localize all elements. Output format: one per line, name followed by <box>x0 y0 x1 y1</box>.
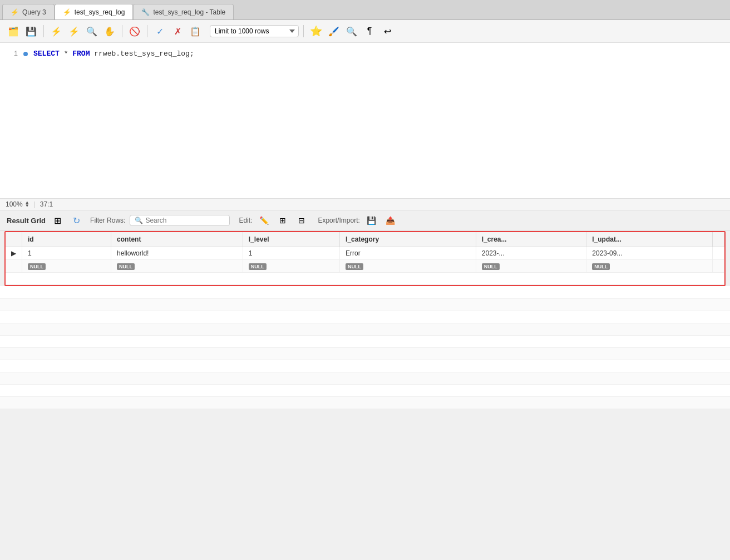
cell-l-created: 2023-... <box>476 247 586 260</box>
status-separator: | <box>34 200 36 208</box>
search-input[interactable] <box>145 217 223 224</box>
empty-row-5 <box>0 335 730 347</box>
empty-row-10 <box>0 396 730 409</box>
table-row-empty-1 <box>6 273 724 285</box>
cell-l-updated: 2023-09... <box>586 247 713 260</box>
import-button[interactable]: 📤 <box>383 214 398 227</box>
col-header-l-updated: l_updat... <box>586 232 713 247</box>
bookmark-button[interactable]: ⭐ <box>308 23 324 39</box>
table-header-row: id content l_level l_category l_crea... … <box>6 232 724 247</box>
cell-null-l-category: NULL <box>340 260 476 273</box>
edit-form-button[interactable]: ⊟ <box>294 214 309 227</box>
rollback-button[interactable]: ✗ <box>170 23 185 39</box>
empty-row-7 <box>0 360 730 372</box>
export-label: Export/Import: <box>318 217 359 224</box>
sql-code: SELECT * FROM rrweb.test_sys_req_log; <box>33 50 194 58</box>
table-row-null: NULL NULL NULL NULL NULL NULL <box>6 260 724 273</box>
empty-row-9 <box>0 384 730 396</box>
row-null-arrow <box>6 260 22 273</box>
status-bar: 100% ▲ ▼ | 37:1 <box>0 199 730 210</box>
col-header-l-category: l_category <box>340 232 476 247</box>
main-toolbar: 🗂️ 💾 ⚡ ⚡ 🔍 ✋ 🚫 ✓ ✗ 📋 Limit to 1000 rows … <box>0 20 730 43</box>
line-number: 1 <box>9 50 18 58</box>
result-grid-container: id content l_level l_category l_crea... … <box>4 231 726 286</box>
tab-bar: ⚡ Query 3 ⚡ test_sys_req_log 🔧 test_sys_… <box>0 0 730 20</box>
empty-rows-table <box>0 286 730 409</box>
cell-l-level: 1 <box>243 247 339 260</box>
result-toolbar: Result Grid ⊞ ↻ Filter Rows: 🔍 Edit: ✏️ … <box>0 210 730 231</box>
row-arrow: ▶ <box>6 247 22 260</box>
search-icon: 🔍 <box>135 217 143 224</box>
query-icon: ⚡ <box>11 8 19 16</box>
edit-grid-button[interactable]: ⊞ <box>275 214 290 227</box>
cell-null-extra <box>713 260 724 273</box>
empty-row-2 <box>0 298 730 311</box>
empty-row-8 <box>0 372 730 384</box>
cell-extra <box>713 247 724 260</box>
row-indicator-header <box>6 232 22 247</box>
stop-button[interactable]: ✋ <box>102 23 117 39</box>
null-badge-id: NULL <box>28 263 46 270</box>
cell-null-l-updated: NULL <box>586 260 713 273</box>
table-row[interactable]: ▶ 1 helloworld! 1 Error 2023-... 2023-09… <box>6 247 724 260</box>
keyword-select: SELECT <box>33 50 60 58</box>
save-button[interactable]: 💾 <box>23 23 39 39</box>
zoom-control[interactable]: 100% ▲ ▼ <box>6 200 29 208</box>
line-indicator <box>23 52 28 56</box>
cursor-position: 37:1 <box>40 200 53 208</box>
toggle-button[interactable]: 📋 <box>188 23 203 39</box>
cell-content: helloworld! <box>111 247 243 260</box>
paragraph-button[interactable]: ¶ <box>362 23 377 39</box>
result-grid-label: Result Grid <box>7 217 46 225</box>
cell-l-category: Error <box>340 247 476 260</box>
cell-null-l-created: NULL <box>476 260 586 273</box>
cell-id: 1 <box>22 247 111 260</box>
explain-button[interactable]: 🔍 <box>84 23 100 39</box>
query-icon-2: ⚡ <box>63 8 71 16</box>
null-badge-updated: NULL <box>592 263 610 270</box>
grid-view-button[interactable]: ⊞ <box>50 214 65 227</box>
col-header-id: id <box>22 232 111 247</box>
zoom-arrows: ▲ ▼ <box>25 201 29 207</box>
tab-test-sys-req-log[interactable]: ⚡ test_sys_req_log <box>55 4 134 19</box>
limit-select[interactable]: Limit to 1000 rows Don't Limit Limit to … <box>210 25 299 37</box>
filter-rows-label: Filter Rows: <box>90 217 125 224</box>
keyword-from: FROM <box>72 50 90 58</box>
cell-null-content: NULL <box>111 260 243 273</box>
open-folder-button[interactable]: 🗂️ <box>6 23 21 39</box>
cell-null-id: NULL <box>22 260 111 273</box>
export-button[interactable]: 💾 <box>364 214 379 227</box>
refresh-button[interactable]: ↻ <box>69 214 83 227</box>
tab-test-sys-req-log-table[interactable]: 🔧 test_sys_req_log - Table <box>133 4 234 19</box>
brush-button[interactable]: 🖌️ <box>326 23 342 39</box>
result-table: id content l_level l_category l_crea... … <box>6 232 724 285</box>
search-box: 🔍 <box>130 215 230 226</box>
schema-button[interactable]: 🚫 <box>127 23 142 39</box>
empty-cell-1 <box>6 273 724 285</box>
sql-star: * <box>64 50 73 58</box>
col-header-l-level: l_level <box>243 232 339 247</box>
zoom-value: 100% <box>6 200 23 208</box>
toolbar-sep-1 <box>43 25 44 37</box>
empty-row-1 <box>0 286 730 298</box>
edit-pencil-button[interactable]: ✏️ <box>257 214 271 227</box>
toolbar-sep-4 <box>303 25 304 37</box>
null-badge-created: NULL <box>482 263 500 270</box>
empty-row-4 <box>0 323 730 335</box>
empty-row-3 <box>0 311 730 323</box>
toolbar-sep-3 <box>147 25 147 37</box>
execute-button[interactable]: ⚡ <box>48 23 64 39</box>
search-query-button[interactable]: 🔍 <box>344 23 359 39</box>
wrap-button[interactable]: ↩ <box>379 23 395 39</box>
null-badge-level: NULL <box>249 263 267 270</box>
null-badge-content: NULL <box>117 263 135 270</box>
sql-editor[interactable]: 1 SELECT * FROM rrweb.test_sys_req_log; <box>0 43 730 199</box>
code-line-1: 1 SELECT * FROM rrweb.test_sys_req_log; <box>9 50 721 58</box>
commit-button[interactable]: ✓ <box>152 23 167 39</box>
empty-row-6 <box>0 347 730 360</box>
table-icon: 🔧 <box>141 8 150 16</box>
toolbar-sep-2 <box>122 25 122 37</box>
tab-query3[interactable]: ⚡ Query 3 <box>2 4 55 19</box>
edit-label: Edit: <box>239 217 252 224</box>
execute-current-button[interactable]: ⚡ <box>66 23 82 39</box>
